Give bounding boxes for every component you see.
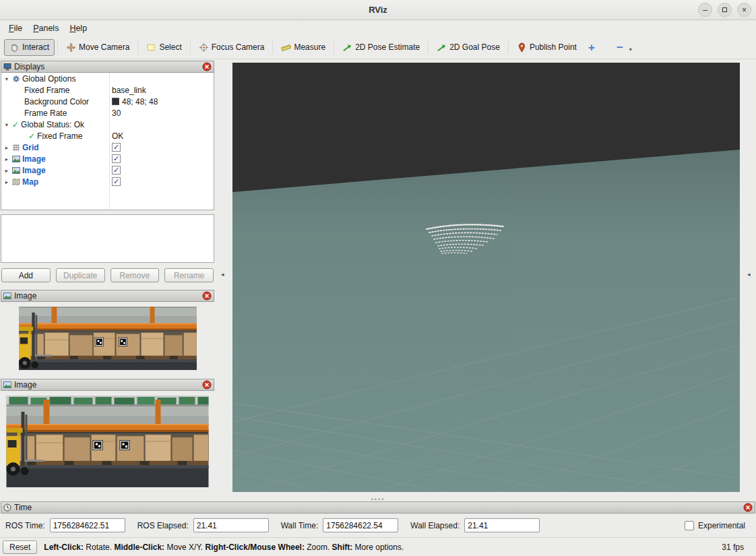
tree-row-image-2[interactable]: ▸ Image ✓ — [1, 164, 214, 176]
minimize-icon: – — [703, 6, 707, 14]
maximize-button[interactable] — [718, 3, 732, 17]
tool-2d-goal-pose[interactable]: 2D Goal Pose — [431, 39, 505, 56]
image-panel-2-title: Image — [14, 380, 36, 390]
menu-panels[interactable]: Panels — [28, 22, 63, 34]
tool-focus-camera[interactable]: Focus Camera — [193, 39, 270, 56]
tool-measure[interactable]: Measure — [276, 39, 331, 56]
close-image-1-button[interactable] — [202, 291, 212, 301]
tree-row-status-fixed-frame[interactable]: ✓Fixed Frame OK — [1, 130, 214, 142]
color-swatch[interactable] — [112, 98, 119, 105]
experimental-checkbox[interactable] — [685, 521, 694, 530]
green-arrow-icon — [437, 42, 447, 53]
help-key: Middle-Click: — [114, 543, 164, 552]
ros-elapsed-input[interactable] — [193, 518, 269, 532]
ros-elapsed-label: ROS Elapsed: — [137, 521, 189, 530]
close-window-button[interactable]: × — [737, 3, 751, 17]
remove-tool-button[interactable]: − ▾ — [610, 42, 632, 53]
reset-button[interactable]: Reset — [3, 540, 37, 554]
tree-value[interactable]: 48; 48; 48 — [122, 97, 158, 106]
tree-label: Grid — [22, 143, 39, 152]
wall-elapsed-label: Wall Elapsed: — [410, 521, 460, 530]
tree-row-grid[interactable]: ▸ Grid ✓ — [1, 142, 214, 153]
tree-value[interactable]: base_link — [112, 86, 146, 95]
tool-label: Select — [159, 42, 181, 52]
close-image-2-button[interactable] — [202, 380, 212, 390]
right-splitter-collapse-handle[interactable]: ◂ — [747, 271, 751, 278]
horizontal-splitter[interactable]: •••• — [0, 497, 756, 501]
tree-row-background-color[interactable]: Background Color 48; 48; 48 — [1, 96, 214, 107]
close-displays-button[interactable] — [202, 62, 212, 71]
tree-row-image-1[interactable]: ▸ Image ✓ — [1, 153, 214, 164]
tool-2d-pose-estimate[interactable]: 2D Pose Estimate — [337, 39, 425, 56]
tree-label: Fixed Frame — [24, 86, 69, 95]
close-icon — [202, 291, 212, 301]
tree-label: Global Options — [22, 74, 75, 84]
toolbar-separator — [137, 40, 138, 54]
titlebar[interactable]: RViz – × — [0, 0, 756, 20]
3d-viewport[interactable] — [232, 63, 740, 492]
image-panel-2-header[interactable]: Image — [1, 379, 214, 391]
image1-enabled-checkbox[interactable]: ✓ — [112, 154, 121, 163]
time-fields-row: ROS Time: ROS Elapsed: Wall Time: Wall E… — [0, 514, 756, 537]
expander-icon[interactable]: ▸ — [3, 167, 10, 174]
wall-time-input[interactable] — [323, 518, 398, 532]
tree-row-map[interactable]: ▸ Map ✓ — [1, 176, 214, 187]
fps-counter: 31 fps — [722, 543, 744, 552]
duplicate-button: Duplicate — [56, 268, 105, 282]
time-panel-title: Time — [14, 503, 32, 512]
image2-enabled-checkbox[interactable]: ✓ — [112, 166, 121, 175]
expander-icon[interactable]: ▾ — [3, 121, 10, 128]
tool-publish-point[interactable]: Publish Point — [511, 39, 582, 56]
crosshair-icon — [199, 42, 209, 53]
left-splitter-collapse-handle[interactable]: ◂ — [221, 271, 224, 278]
add-button[interactable]: Add — [1, 268, 51, 282]
tree-value[interactable]: 30 — [112, 109, 121, 118]
tool-label: 2D Goal Pose — [449, 42, 500, 52]
wall-elapsed-field: Wall Elapsed: — [410, 518, 540, 532]
check-icon: ✓ — [113, 166, 119, 174]
tool-select[interactable]: Select — [141, 39, 187, 56]
move-camera-icon — [66, 42, 76, 53]
window-title: RViz — [0, 5, 756, 15]
tree-row-global-options[interactable]: ▾ Global Options — [1, 73, 214, 84]
expander-icon[interactable]: ▾ — [3, 75, 10, 82]
toolbar-separator — [508, 40, 509, 54]
wall-elapsed-input[interactable] — [464, 518, 540, 532]
displays-panel-header[interactable]: Displays — [1, 61, 214, 73]
ros-time-input[interactable] — [50, 518, 125, 532]
expander-icon[interactable]: ▸ — [3, 156, 10, 162]
check-icon: ✓ — [28, 131, 35, 141]
tree-label: Fixed Frame — [37, 131, 82, 141]
expander-icon[interactable]: ▸ — [3, 179, 10, 185]
tree-label: Global Status: Ok — [21, 120, 84, 129]
check-icon: ✓ — [113, 178, 119, 185]
menu-help[interactable]: Help — [65, 22, 92, 34]
main-area: Displays ▾ Global Options Fixed Frame ba… — [0, 59, 756, 497]
image-icon — [3, 292, 11, 300]
expander-icon[interactable]: ▸ — [3, 144, 10, 151]
tool-label: Interact — [22, 42, 49, 52]
statusbar: Reset Left-Click: Rotate. Middle-Click: … — [0, 537, 756, 556]
add-tool-button[interactable]: + — [582, 42, 601, 53]
close-icon — [202, 62, 212, 71]
tree-row-fixed-frame[interactable]: Fixed Frame base_link — [1, 84, 214, 96]
tree-row-global-status[interactable]: ▾ ✓ Global Status: Ok — [1, 119, 214, 130]
wall-time-field: Wall Time: — [281, 518, 399, 532]
tool-interact[interactable]: Interact — [4, 39, 55, 56]
tool-move-camera[interactable]: Move Camera — [61, 39, 135, 56]
close-time-button[interactable] — [743, 503, 753, 512]
menu-file[interactable]: File — [4, 22, 27, 34]
time-panel-header[interactable]: Time — [1, 501, 755, 514]
minimize-button[interactable]: – — [698, 3, 712, 17]
map-enabled-checkbox[interactable]: ✓ — [112, 177, 121, 186]
tool-label: Measure — [294, 42, 325, 52]
tree-label: Frame Rate — [24, 109, 67, 118]
gear-icon — [12, 75, 20, 83]
tool-label: Move Camera — [79, 42, 129, 52]
tree-row-frame-rate[interactable]: Frame Rate 30 — [1, 107, 214, 119]
grid-enabled-checkbox[interactable]: ✓ — [112, 143, 121, 152]
image-panel-1-header[interactable]: Image — [1, 290, 214, 302]
experimental-toggle: Experimental — [685, 521, 745, 530]
help-text: Zoom. — [305, 543, 332, 552]
image-icon — [12, 155, 20, 163]
